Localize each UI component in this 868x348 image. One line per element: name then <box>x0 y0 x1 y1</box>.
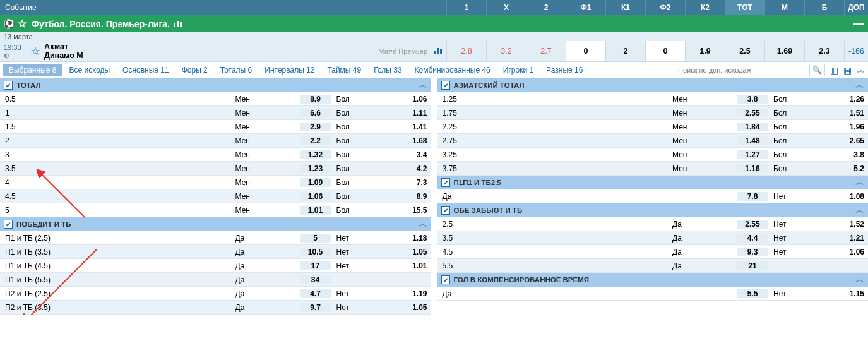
market-row[interactable]: 1.25Мен3.8Бол1.26 <box>437 92 869 106</box>
panel-header[interactable]: ✔ГОЛ В КОМПЕНСИРОВАННОЕ ВРЕМЯ︿ <box>437 273 869 287</box>
collapse-icon[interactable]: ︿ <box>855 177 864 188</box>
odd-cell[interactable]: 2.8 <box>446 41 486 61</box>
search-input[interactable] <box>674 65 809 75</box>
tab[interactable]: Голы 33 <box>367 64 408 76</box>
market-row[interactable]: 2Мен2.2Бол1.68 <box>0 134 431 148</box>
soccer-icon: ⚽ <box>4 19 14 29</box>
odd-cell[interactable]: -166 <box>844 41 868 61</box>
market-row[interactable]: 3.25Мен1.27Бол3.8 <box>437 148 869 162</box>
market-row[interactable]: 3.75Мен1.16Бол5.2 <box>437 162 869 176</box>
odd-cell[interactable]: 1.9 <box>685 41 725 61</box>
collapse-icon[interactable]: ︿ <box>855 205 864 216</box>
header-col-Б[interactable]: Б <box>804 0 844 15</box>
market-row[interactable]: 0.5Мен8.9Бол1.06 <box>0 92 431 106</box>
odd-cell[interactable]: 0 <box>645 41 685 61</box>
tab[interactable]: Таймы 49 <box>321 64 367 76</box>
collapse-icon[interactable]: ︿ <box>419 219 427 230</box>
collapse-icon[interactable]: ︿ <box>855 274 864 285</box>
market-row[interactable]: 4.5Да9.3Нет1.06 <box>437 245 869 259</box>
header-col-1[interactable]: 1 <box>446 0 486 15</box>
svg-rect-1 <box>177 21 179 27</box>
market-row[interactable]: П1 и ТБ (2.5)Да5Нет1.18 <box>0 231 431 245</box>
odd-cell[interactable]: 2.3 <box>804 41 844 61</box>
check-icon[interactable]: ✔ <box>4 220 13 229</box>
market-row[interactable]: 2.5Да2.55Нет1.52 <box>437 217 869 231</box>
market-row[interactable]: 2.75Мен1.48Бол2.65 <box>437 134 869 148</box>
header-col-2[interactable]: 2 <box>526 0 566 15</box>
market-row[interactable]: 3.5Да4.4Нет1.21 <box>437 231 869 245</box>
tab[interactable]: Форы 2 <box>175 64 214 76</box>
panel-header[interactable]: ✔ТОТАЛ︿ <box>0 78 431 92</box>
market-row[interactable]: Да5.5Нет1.15 <box>437 287 869 301</box>
search-box[interactable]: 🔍 <box>674 64 825 76</box>
market-row[interactable]: П1 и ТБ (5.5)Да34 <box>0 273 431 287</box>
match-row[interactable]: 19:30◐ ☆ Ахмат Динамо М Матч! Премьер 2.… <box>0 41 868 62</box>
market-row[interactable]: П1 и ТБ (3.5)Да10.5Нет1.05 <box>0 245 431 259</box>
search-icon[interactable]: 🔍 <box>809 64 824 76</box>
market-row[interactable]: П1 и ТБ (4.5)Да17Нет1.01 <box>0 259 431 273</box>
tab[interactable]: Разные 16 <box>540 64 589 76</box>
tab[interactable]: Основные 11 <box>116 64 175 76</box>
panel-header[interactable]: ✔П1П1 И ТБ2.5︿ <box>437 176 869 189</box>
header-col-Ф2[interactable]: Ф2 <box>645 0 685 15</box>
header-col-М[interactable]: М <box>764 0 804 15</box>
odd-cell[interactable]: 1.69 <box>764 41 804 61</box>
grid-icon[interactable]: ▦ <box>843 65 852 75</box>
svg-rect-2 <box>180 22 182 27</box>
panel-header[interactable]: ✔АЗИАТСКИЙ ТОТАЛ︿ <box>437 78 869 92</box>
columns-icon[interactable]: ▥ <box>830 65 838 75</box>
collapse-icon[interactable]: ︿ <box>855 80 864 91</box>
collapse-icon[interactable]: ︿ <box>419 80 427 91</box>
odd-cell[interactable]: 2.7 <box>526 41 566 61</box>
market-row[interactable]: 1.5Мен2.9Бол1.41 <box>0 120 431 134</box>
odd-cell[interactable]: 0 <box>566 41 605 61</box>
tv-channel: Матч! Премьер <box>378 47 427 55</box>
tab[interactable]: Тоталы 6 <box>214 64 258 76</box>
favorite-star-icon[interactable]: ☆ <box>30 44 40 58</box>
league-title: Футбол. Россия. Премьер-лига. <box>32 19 170 29</box>
tabs-bar: Выбранные 8Все исходыОсновные 11Форы 2То… <box>0 62 868 78</box>
tab[interactable]: Игроки 1 <box>497 64 540 76</box>
collapse-all-icon[interactable]: ︽ <box>857 64 865 76</box>
market-row[interactable]: 4Мен1.09Бол7.3 <box>0 176 431 189</box>
tab[interactable]: Выбранные 8 <box>3 64 62 76</box>
header-col-ТОТ[interactable]: ТОТ <box>725 0 764 15</box>
market-row[interactable]: П2 и ТБ (2.5)Да4.7Нет1.19 <box>0 287 431 301</box>
check-icon[interactable]: ✔ <box>4 81 13 90</box>
check-icon[interactable]: ✔ <box>441 275 450 284</box>
header-col-Ф1[interactable]: Ф1 <box>566 0 605 15</box>
star-icon[interactable]: ☆ <box>18 18 27 30</box>
match-stats-icon[interactable] <box>434 46 443 56</box>
market-row[interactable]: Да7.8Нет1.08 <box>437 189 869 203</box>
odd-cell[interactable]: 3.2 <box>486 41 526 61</box>
panel-header[interactable]: ✔ОБЕ ЗАБЬЮТ И ТБ︿ <box>437 203 869 217</box>
header-col-Х[interactable]: Х <box>486 0 526 15</box>
odd-cell[interactable]: 2 <box>605 41 645 61</box>
check-icon[interactable]: ✔ <box>441 206 450 215</box>
check-icon[interactable]: ✔ <box>441 178 450 187</box>
svg-rect-5 <box>440 49 442 54</box>
market-row[interactable]: 5Мен1.01Бол15.5 <box>0 203 431 217</box>
match-date: 13 марта <box>0 32 868 41</box>
check-icon[interactable]: ✔ <box>441 81 450 90</box>
tab[interactable]: Комбинированные 46 <box>408 64 497 76</box>
odd-cell[interactable]: 2.5 <box>725 41 764 61</box>
market-row[interactable]: 5.5Да21 <box>437 259 869 273</box>
market-row[interactable]: П2 и ТБ (3.5)Да9.7Нет1.05 <box>0 301 431 315</box>
tab[interactable]: Интервалы 12 <box>258 64 321 76</box>
svg-rect-3 <box>434 51 436 54</box>
market-row[interactable]: 2.25Мен1.84Бол1.96 <box>437 120 869 134</box>
stats-icon[interactable] <box>174 19 182 29</box>
minimize-icon[interactable]: — <box>853 17 864 30</box>
panel-header[interactable]: ✔ПОБЕДИТ И ТБ︿ <box>0 217 431 231</box>
market-row[interactable]: 4.5Мен1.06Бол8.9 <box>0 189 431 203</box>
header-col-К2[interactable]: К2 <box>685 0 725 15</box>
tab[interactable]: Все исходы <box>62 64 116 76</box>
header-col-ДОП[interactable]: ДОП <box>844 0 868 15</box>
market-row[interactable]: 1Мен6.6Бол1.11 <box>0 106 431 120</box>
market-row[interactable]: 1.75Мен2.55Бол1.51 <box>437 106 869 120</box>
svg-rect-4 <box>437 48 439 54</box>
market-row[interactable]: 3Мен1.32Бол3.4 <box>0 148 431 162</box>
header-col-К1[interactable]: К1 <box>605 0 645 15</box>
market-row[interactable]: 3.5Мен1.23Бол4.2 <box>0 162 431 176</box>
